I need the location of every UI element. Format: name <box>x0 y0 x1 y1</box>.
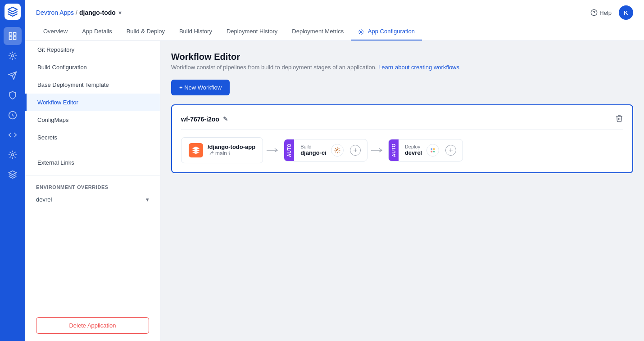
build-add-button[interactable]: + <box>350 145 361 156</box>
page-subtitle: Workflow consist of pipelines from build… <box>171 64 633 71</box>
sidebar-item-git-repository[interactable]: Git Repository <box>25 41 160 58</box>
deploy-label: Deploy <box>405 144 422 149</box>
new-workflow-button[interactable]: + New Workflow <box>171 80 230 95</box>
breadcrumb: Devtron Apps / django-todo ▾ <box>36 9 122 16</box>
branch-info-icon: ℹ <box>228 151 230 157</box>
tab-deployment-history[interactable]: Deployment History <box>219 23 285 40</box>
sidebar-item-build-configuration[interactable]: Build Configuration <box>25 58 160 76</box>
nav-settings[interactable] <box>4 146 22 164</box>
workflow-name: wf-7676-i2oo ✎ <box>181 116 228 123</box>
svg-marker-7 <box>9 171 17 175</box>
pipeline: /django-todo-app ⎇ main ℹ <box>181 137 623 163</box>
sidebar-divider <box>25 150 160 150</box>
sidebar-item-configmaps[interactable]: ConfigMaps <box>25 111 160 129</box>
workflow-delete-icon[interactable] <box>615 114 623 124</box>
user-avatar[interactable]: K <box>619 5 633 20</box>
sidebar-divider-2 <box>25 175 160 175</box>
build-info: Build django-ci <box>300 144 327 156</box>
arrow-2 <box>367 147 388 154</box>
svg-rect-3 <box>14 37 16 40</box>
sidebar-item-base-deployment-template[interactable]: Base Deployment Template <box>25 76 160 94</box>
help-button[interactable]: Help <box>590 9 612 16</box>
nav-global-config[interactable] <box>4 47 22 65</box>
source-info: /django-todo-app ⎇ main ℹ <box>208 144 255 157</box>
svg-rect-2 <box>9 37 12 40</box>
svg-point-4 <box>12 55 14 57</box>
workflow-header: wf-7676-i2oo ✎ <box>181 114 623 130</box>
tab-deployment-metrics[interactable]: Deployment Metrics <box>285 23 351 40</box>
top-header: Devtron Apps / django-todo ▾ Help K Over… <box>25 0 644 41</box>
branch-name: main <box>215 150 227 157</box>
deploy-node-body: Deploy devrel <box>399 139 463 161</box>
sidebar: Git Repository Build Configuration Base … <box>25 41 160 341</box>
svg-point-17 <box>433 150 435 152</box>
svg-point-12 <box>336 149 338 151</box>
source-node[interactable]: /django-todo-app ⎇ main ℹ <box>181 137 263 163</box>
tab-overview[interactable]: Overview <box>36 23 75 40</box>
breadcrumb-parent[interactable]: Devtron Apps <box>36 9 74 16</box>
build-node-body: Build django-ci + <box>294 139 367 161</box>
tab-build-deploy[interactable]: Build & Deploy <box>119 23 172 40</box>
breadcrumb-separator: / <box>76 9 77 16</box>
deploy-node[interactable]: AUTO Deploy devrel <box>388 139 463 162</box>
sidebar-item-external-links[interactable]: External Links <box>25 154 160 171</box>
breadcrumb-chevron-icon[interactable]: ▾ <box>118 9 122 16</box>
workflow-edit-icon[interactable]: ✎ <box>223 116 228 122</box>
arrow-1 <box>263 147 284 154</box>
build-node[interactable]: AUTO Build django-ci + <box>284 139 367 162</box>
sidebar-item-secrets[interactable]: Secrets <box>25 129 160 146</box>
build-actions <box>331 144 344 157</box>
source-icon <box>189 143 203 157</box>
svg-point-15 <box>433 148 435 150</box>
deploy-info: Deploy devrel <box>405 144 422 156</box>
nav-monitoring[interactable] <box>4 106 22 124</box>
build-auto-tag: AUTO <box>284 139 294 161</box>
content-area: Workflow Editor Workflow consist of pipe… <box>160 41 644 341</box>
sidebar-item-workflow-editor[interactable]: Workflow Editor <box>25 94 160 111</box>
app-config-gear-icon <box>358 28 366 35</box>
nav-tabs: Overview App Details Build & Deploy Buil… <box>36 23 633 40</box>
build-settings-icon[interactable] <box>331 144 344 157</box>
build-name: django-ci <box>300 149 327 156</box>
sidebar-env-devrel[interactable]: devrel ▾ <box>25 192 160 207</box>
sidebar-spacer <box>25 207 160 310</box>
nav-code[interactable] <box>4 126 22 144</box>
delete-application-button[interactable]: Delete Application <box>36 317 149 334</box>
deploy-auto-tag: AUTO <box>389 139 399 161</box>
svg-point-16 <box>431 150 433 152</box>
svg-point-14 <box>431 148 433 150</box>
svg-point-10 <box>360 31 362 33</box>
svg-point-6 <box>12 154 14 156</box>
nav-security[interactable] <box>4 86 22 104</box>
build-label: Build <box>300 144 327 149</box>
learn-link[interactable]: Learn about creating workflows <box>378 64 459 71</box>
nav-deploy[interactable] <box>4 67 22 85</box>
env-name: devrel <box>36 196 52 203</box>
nav-layers[interactable] <box>4 166 22 184</box>
breadcrumb-current: django-todo <box>79 9 116 16</box>
tab-app-details[interactable]: App Details <box>75 23 119 40</box>
source-branch: ⎇ main ℹ <box>208 150 255 157</box>
svg-rect-0 <box>9 33 12 36</box>
branch-icon: ⎇ <box>208 150 214 157</box>
page-title: Workflow Editor <box>171 52 633 62</box>
header-right: Help K <box>590 5 633 20</box>
workflow-card: wf-7676-i2oo ✎ /django-t <box>171 104 633 173</box>
app-logo[interactable] <box>5 4 21 20</box>
source-app-name: /django-todo-app <box>208 144 255 150</box>
deploy-settings-icon[interactable] <box>426 144 439 157</box>
env-chevron-icon: ▾ <box>146 196 149 203</box>
deploy-name: devrel <box>405 149 422 156</box>
tab-build-history[interactable]: Build History <box>172 23 219 40</box>
deploy-add-button[interactable]: + <box>445 145 456 156</box>
icon-bar <box>0 0 25 341</box>
env-overrides-label: ENVIRONMENT OVERRIDES <box>25 179 160 192</box>
tab-app-configuration[interactable]: App Configuration <box>351 23 422 40</box>
deploy-actions <box>426 144 439 157</box>
svg-rect-1 <box>14 33 16 36</box>
nav-apps[interactable] <box>4 27 22 45</box>
